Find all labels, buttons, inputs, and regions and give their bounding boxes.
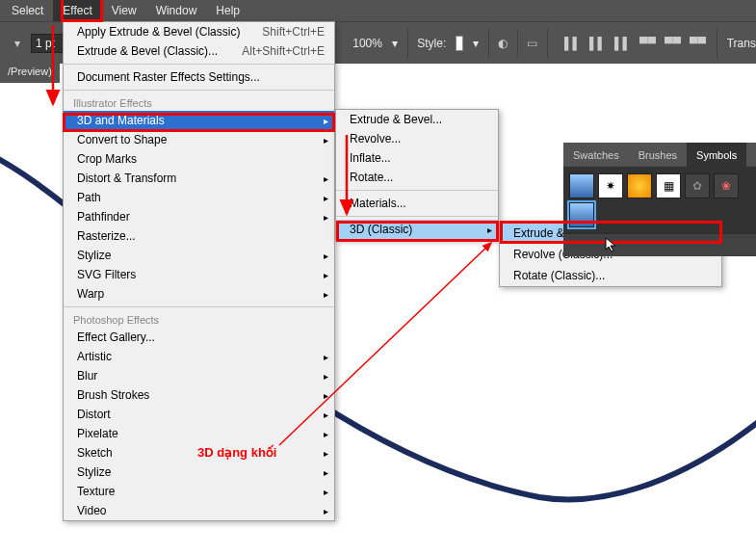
align-bottom-icon[interactable]: ▀▀	[688, 34, 707, 53]
submenu-inflate[interactable]: Inflate...	[336, 148, 498, 168]
caret-icon: ▾	[8, 34, 27, 53]
align-middle-icon[interactable]: ▀▀	[663, 34, 682, 53]
divider	[64, 90, 334, 91]
document-setup-icon[interactable]: ▭	[527, 34, 537, 53]
align-left-icon[interactable]: ▌▌	[562, 34, 582, 53]
divider	[336, 216, 498, 217]
panels-dock: Swatches Brushes Symbols ✷ ▦ ✿ ❀	[563, 143, 756, 256]
menu-window[interactable]: Window	[146, 0, 207, 21]
zoom-value[interactable]: 100%	[352, 37, 382, 50]
shortcut: Shift+Ctrl+E	[262, 25, 334, 39]
menu-pathfinder[interactable]: Pathfinder	[64, 207, 334, 226]
align-top-icon[interactable]: ▀▀	[638, 34, 657, 53]
menu-distort-ps[interactable]: Distort	[64, 405, 334, 424]
menu-3d-materials[interactable]: 3D and Materials	[64, 111, 334, 130]
menu-apply-extrude[interactable]: Apply Extrude & Bevel (Classic) Shift+Ct…	[64, 22, 334, 41]
menu-warp[interactable]: Warp	[64, 284, 334, 304]
submenu-extrude-bevel[interactable]: Extrude & Bevel...	[336, 110, 498, 129]
document-tab[interactable]: /Preview)	[0, 64, 60, 83]
divider	[64, 306, 334, 307]
menu-texture[interactable]: Texture	[64, 482, 334, 501]
panel-tabs: Swatches Brushes Symbols	[563, 143, 756, 168]
menu-extrude-bevel[interactable]: Extrude & Bevel (Classic)... Alt+Shift+C…	[64, 41, 334, 61]
menu-bar: Select Effect View Window Help	[0, 0, 756, 21]
submenu-rotate[interactable]: Rotate...	[336, 168, 498, 187]
symbol-thumb[interactable]	[627, 173, 652, 198]
stroke-weight-group: ▾	[8, 34, 64, 53]
symbol-thumb[interactable]: ✷	[598, 173, 623, 198]
menu-distort-transform[interactable]: Distort & Transform	[64, 169, 334, 188]
tab-symbols[interactable]: Symbols	[687, 143, 746, 168]
cursor-icon	[605, 237, 620, 252]
menu-blur[interactable]: Blur	[64, 366, 334, 385]
symbol-thumb[interactable]: ▦	[656, 173, 681, 198]
shortcut: Alt+Shift+Ctrl+E	[242, 44, 334, 58]
stroke-weight-input[interactable]	[31, 34, 64, 53]
style-dropdown-icon[interactable]: ▾	[473, 37, 479, 50]
menu-rasterize[interactable]: Rasterize...	[64, 226, 334, 246]
panel-toolbar	[563, 233, 756, 256]
menu-help[interactable]: Help	[206, 0, 249, 21]
symbol-thumb[interactable]: ❀	[714, 173, 739, 198]
menu-view[interactable]: View	[102, 0, 146, 21]
menu-brush-strokes[interactable]: Brush Strokes	[64, 385, 334, 405]
menu-stylize-ps[interactable]: Stylize	[64, 462, 334, 482]
style-label: Style:	[417, 37, 446, 50]
tab-brushes[interactable]: Brushes	[629, 143, 687, 168]
symbols-grid: ✷ ▦ ✿ ❀	[563, 168, 756, 233]
menu-path[interactable]: Path	[64, 188, 334, 207]
menu-crop-marks[interactable]: Crop Marks	[64, 149, 334, 169]
illustrator-header: Illustrator Effects	[64, 93, 334, 111]
opacity-icon[interactable]: ◐	[498, 34, 508, 53]
menu-effect-gallery[interactable]: Effect Gallery...	[64, 328, 334, 347]
submenu-materials[interactable]: Materials...	[336, 194, 498, 213]
submenu-3d-classic[interactable]: 3D (Classic)	[336, 220, 498, 239]
menu-doc-raster[interactable]: Document Raster Effects Settings...	[64, 67, 334, 87]
style-swatch[interactable]	[456, 36, 462, 51]
submenu-3d-materials: Extrude & Bevel... Revolve... Inflate...…	[335, 109, 499, 240]
menu-item-label: Extrude & Bevel (Classic)...	[77, 44, 218, 58]
align-buttons: ▌▌ ▌▌ ▌▌ ▀▀ ▀▀ ▀▀	[562, 34, 707, 53]
menu-video[interactable]: Video	[64, 501, 334, 520]
submenu-rotate-classic[interactable]: Rotate (Classic)...	[500, 265, 721, 286]
divider	[64, 64, 334, 65]
menu-pixelate[interactable]: Pixelate	[64, 424, 334, 443]
tab-swatches[interactable]: Swatches	[563, 143, 629, 168]
menu-effect[interactable]: Effect	[53, 0, 101, 21]
photoshop-header: Photoshop Effects	[64, 310, 334, 328]
menu-stylize-ai[interactable]: Stylize	[64, 246, 334, 265]
align-right-icon[interactable]: ▌▌	[613, 34, 632, 53]
divider	[336, 190, 498, 191]
transform-label[interactable]: Trans	[727, 37, 756, 50]
symbol-thumb[interactable]	[569, 173, 594, 198]
align-center-icon[interactable]: ▌▌	[587, 34, 607, 53]
symbol-thumb[interactable]: ✿	[685, 173, 710, 198]
annotation-text: 3D dạng khối	[197, 445, 276, 460]
menu-artistic[interactable]: Artistic	[64, 347, 334, 366]
menu-svg-filters[interactable]: SVG Filters	[64, 265, 334, 284]
symbol-thumb[interactable]	[569, 202, 594, 227]
menu-convert-shape[interactable]: Convert to Shape	[64, 130, 334, 149]
menu-item-label: Apply Extrude & Bevel (Classic)	[77, 25, 240, 39]
menu-select[interactable]: Select	[2, 0, 53, 21]
zoom-dropdown-icon[interactable]: ▾	[392, 37, 398, 50]
submenu-revolve[interactable]: Revolve...	[336, 129, 498, 148]
